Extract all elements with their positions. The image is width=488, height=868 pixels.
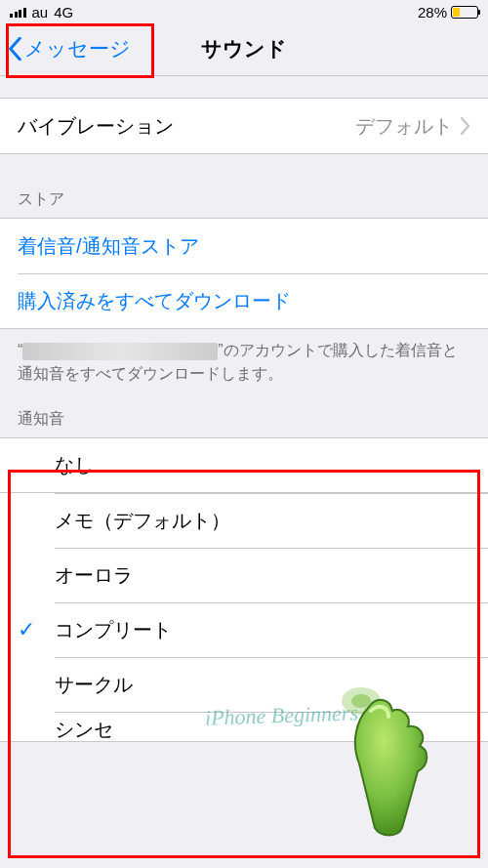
- alert-tone-label: なし: [55, 452, 470, 478]
- signal-icon: [10, 6, 26, 18]
- chevron-left-icon: [8, 37, 22, 61]
- alert-tone-row[interactable]: なし: [0, 438, 488, 493]
- back-button[interactable]: メッセージ: [8, 35, 131, 62]
- alert-tone-row[interactable]: ✓コンプリート: [0, 602, 488, 657]
- status-left: au 4G: [10, 4, 73, 21]
- status-bar: au 4G 28%: [0, 0, 488, 21]
- vibration-cell[interactable]: バイブレーション デフォルト: [0, 99, 488, 153]
- alert-tone-row[interactable]: オーロラ: [0, 548, 488, 602]
- download-all-cell[interactable]: 購入済みをすべてダウンロード: [0, 273, 488, 328]
- download-all-label: 購入済みをすべてダウンロード: [18, 288, 470, 314]
- store-group: ストア 着信音/通知音ストア 購入済みをすべてダウンロード “”のアカウントで購…: [0, 182, 488, 390]
- status-right: 28%: [418, 4, 478, 21]
- alert-tone-row[interactable]: サークル: [0, 657, 488, 712]
- alert-tones-group: 通知音 なしメモ（デフォルト）オーロラ✓コンプリートサークルシンセ: [0, 401, 488, 742]
- alert-tone-row[interactable]: シンセ: [0, 712, 488, 741]
- alert-tone-label: メモ（デフォルト）: [55, 508, 470, 534]
- store-footer: “”のアカウントで購入した着信音と通知音をすべてダウンロードします。: [0, 329, 488, 390]
- vibration-value: デフォルト: [355, 113, 453, 140]
- tone-store-label: 着信音/通知音ストア: [18, 233, 470, 260]
- back-label: メッセージ: [24, 35, 131, 62]
- vibration-group: バイブレーション デフォルト: [0, 98, 488, 154]
- alert-tone-row[interactable]: メモ（デフォルト）: [0, 493, 488, 548]
- redacted-account: [22, 343, 218, 360]
- tone-store-cell[interactable]: 着信音/通知音ストア: [0, 219, 488, 273]
- vibration-label: バイブレーション: [18, 113, 355, 140]
- chevron-right-icon: [461, 117, 470, 135]
- navigation-bar: メッセージ サウンド: [0, 21, 488, 76]
- alert-tone-label: サークル: [55, 672, 470, 698]
- alert-tones-list: なしメモ（デフォルト）オーロラ✓コンプリートサークルシンセ: [0, 437, 488, 742]
- network-label: 4G: [54, 4, 73, 21]
- alert-tone-label: オーロラ: [55, 562, 470, 589]
- checkmark-icon: ✓: [18, 617, 35, 642]
- battery-percent: 28%: [418, 4, 447, 21]
- alert-tones-header: 通知音: [0, 401, 488, 437]
- alert-tone-label: コンプリート: [55, 617, 470, 643]
- battery-icon: [451, 6, 478, 19]
- alert-tone-label: シンセ: [55, 717, 470, 742]
- store-header: ストア: [0, 182, 488, 218]
- carrier-label: au: [32, 4, 49, 21]
